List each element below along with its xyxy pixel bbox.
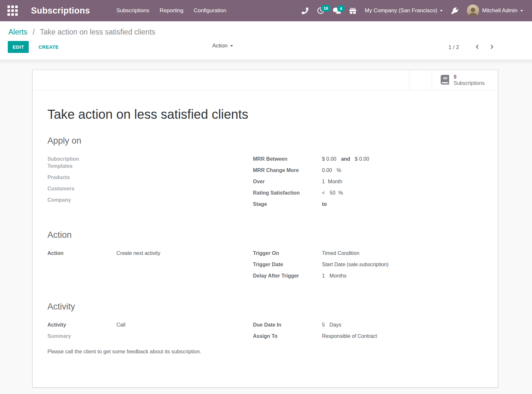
field-mrr-between[interactable]: MRR Between $ 0.00 and $ 0.00 (253, 156, 483, 163)
mrr-max-value: $ 0.00 (355, 156, 369, 162)
field-assign-to[interactable]: Assign To Responsible of Contract (253, 333, 483, 340)
field-stage[interactable]: Stage to (253, 201, 483, 208)
over-value: 1 (322, 179, 325, 184)
voip-button[interactable] (297, 4, 313, 17)
pager-next-button[interactable] (487, 43, 497, 52)
subscription-templates-label: Subscription Templates (47, 156, 105, 170)
apps-menu-icon[interactable] (6, 5, 19, 17)
activity-value: Call (116, 321, 125, 328)
over-label: Over (253, 178, 322, 185)
mrr-change-label: MRR Change More (253, 167, 322, 174)
section-heading-activity: Activity (47, 302, 483, 312)
field-activity[interactable]: Activity Call (47, 321, 253, 328)
action-label: Action (47, 250, 116, 257)
chevron-down-icon (230, 45, 233, 47)
main-menu: Subscriptions Reporting Configuration (111, 4, 232, 17)
mrr-between-connector: and (341, 156, 350, 162)
trigger-date-label: Trigger Date (253, 261, 322, 268)
breadcrumb-separator: / (33, 28, 35, 36)
pager: 1 / 2 (448, 43, 497, 52)
rating-value: 50 (330, 190, 336, 196)
user-menu[interactable]: Mitchell Admin (462, 1, 527, 20)
activity-label: Activity (47, 321, 116, 328)
breadcrumb: Alerts / Take action on less satisfied c… (0, 26, 532, 41)
edit-button[interactable]: EDIT (8, 41, 29, 53)
mrr-between-label: MRR Between (253, 156, 322, 163)
rating-operator: < (322, 190, 325, 196)
due-date-unit: Days (329, 322, 341, 328)
breadcrumb-current: Take action on less satisfied clients (40, 28, 156, 36)
control-panel: Alerts / Take action on less satisfied c… (0, 21, 532, 60)
field-due-date-in[interactable]: Due Date In 5 Days (253, 321, 483, 328)
assign-to-value: Responsible of Contract (322, 333, 377, 340)
stat-button-label: Subscriptions (454, 80, 485, 86)
content-area: 9 Subscriptions Take action on less sati… (0, 60, 532, 394)
rewards-button[interactable] (345, 4, 360, 17)
due-date-value: 5 (322, 322, 325, 328)
button-box: 9 Subscriptions (33, 70, 498, 90)
message-count-badge: 4 (337, 5, 345, 12)
stage-label: Stage (253, 201, 322, 208)
field-delay-after-trigger[interactable]: Delay After Trigger 1 Months (253, 272, 483, 279)
mrr-min-value: $ 0.00 (322, 156, 336, 162)
apply-on-group: Subscription Templates Products Customer… (47, 156, 483, 212)
app-name[interactable]: Subscriptions (31, 6, 90, 16)
messages-button[interactable]: 4 (329, 4, 345, 17)
user-name: Mitchell Admin (482, 7, 517, 14)
activity-note: Please call the client to get some feedb… (47, 349, 483, 355)
button-box-spacer (409, 70, 432, 90)
stage-connector: to (322, 201, 327, 207)
rating-unit: % (338, 190, 343, 196)
breadcrumb-alerts-link[interactable]: Alerts (8, 28, 27, 36)
field-summary[interactable]: Summary (47, 333, 253, 340)
pager-previous-button[interactable] (472, 43, 482, 52)
field-mrr-change-more[interactable]: MRR Change More 0.00 % (253, 167, 483, 174)
activity-group: Activity Call Summary Due Date In 5 Days (47, 321, 483, 344)
summary-label: Summary (47, 333, 116, 340)
create-button[interactable]: CREATE (33, 41, 64, 53)
activities-button[interactable]: 16 (313, 4, 329, 18)
field-trigger-on[interactable]: Trigger On Timed Condition (253, 250, 483, 257)
action-dropdown[interactable]: Action (212, 43, 233, 49)
gift-icon (349, 7, 356, 14)
wrench-icon (451, 7, 458, 14)
company-switcher[interactable]: My Company (San Francisco) (360, 4, 447, 17)
action-group: Action Create next activity Trigger On T… (47, 250, 483, 284)
pager-value: 1 / 2 (448, 44, 459, 51)
delay-unit: Months (329, 273, 346, 278)
field-customers[interactable]: Customers (47, 185, 253, 192)
action-dropdown-label: Action (212, 43, 227, 49)
field-over[interactable]: Over 1 Month (253, 178, 483, 185)
action-value: Create next activity (116, 250, 160, 257)
mrr-change-value: 0.00 (322, 167, 332, 173)
menu-configuration[interactable]: Configuration (188, 4, 231, 17)
field-action[interactable]: Action Create next activity (47, 250, 253, 257)
section-heading-apply-on: Apply on (47, 136, 483, 146)
due-date-in-label: Due Date In (253, 321, 322, 328)
field-trigger-date[interactable]: Trigger Date Start Date (sale.subscripti… (253, 261, 483, 268)
menu-subscriptions[interactable]: Subscriptions (111, 4, 155, 17)
field-rating-satisfaction[interactable]: Rating Satisfaction < 50 % (253, 189, 483, 197)
navbar-systray: 16 4 My Company (San Francisco) (297, 1, 527, 20)
form-card: 9 Subscriptions Take action on less sati… (32, 70, 498, 388)
debug-tools-button[interactable] (447, 4, 462, 17)
field-company[interactable]: Company (47, 197, 253, 204)
section-heading-action: Action (47, 230, 483, 240)
products-label: Products (47, 174, 116, 181)
company-name: My Company (San Francisco) (365, 7, 437, 14)
assign-to-label: Assign To (253, 333, 322, 340)
stat-button-count: 9 (454, 74, 485, 80)
delay-value: 1 (322, 273, 325, 278)
subscriptions-stat-button[interactable]: 9 Subscriptions (432, 70, 498, 90)
field-subscription-templates[interactable]: Subscription Templates (47, 156, 253, 170)
menu-reporting[interactable]: Reporting (155, 4, 189, 17)
form-sheet: Take action on less satisfied clients Ap… (33, 107, 498, 374)
trigger-date-value: Start Date (sale.subscription) (322, 261, 388, 268)
chevron-down-icon (520, 10, 523, 12)
chevron-down-icon (440, 10, 443, 12)
mrr-change-unit: % (337, 167, 341, 173)
field-products[interactable]: Products (47, 174, 253, 181)
company-label: Company (47, 197, 116, 204)
control-panel-buttons: EDIT CREATE Action 1 / 2 (0, 41, 532, 60)
over-unit: Month (328, 179, 342, 184)
